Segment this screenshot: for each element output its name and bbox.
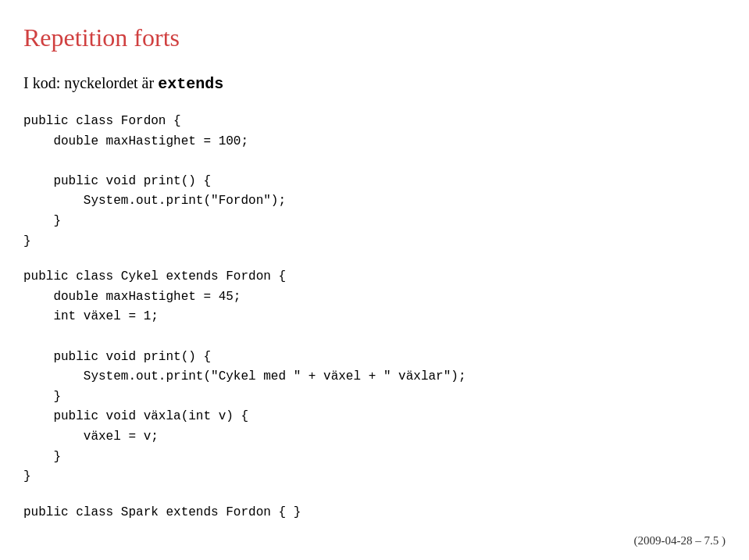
code-block-spark: public class Spark extends Fordon { } [23,503,718,523]
code-block-cykel: public class Cykel extends Fordon { doub… [23,267,718,487]
code-block-fordon: public class Fordon { double maxHastighe… [23,112,718,251]
footer-text: (2009-04-28 – 7.5 ) [634,534,726,548]
subtitle: I kod: nyckelordet är extends [23,74,718,93]
page-title: Repetition forts [23,23,718,52]
keyword-extends: extends [158,75,223,93]
subtitle-text: I kod: nyckelordet är [23,74,158,91]
